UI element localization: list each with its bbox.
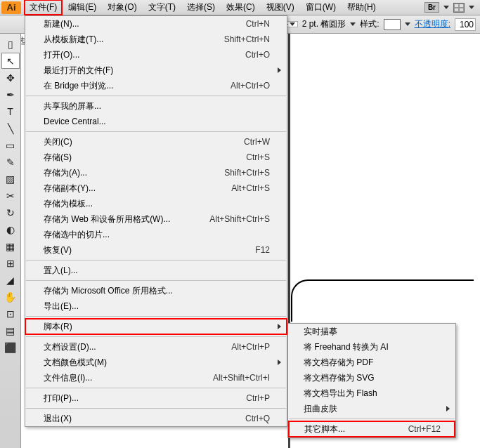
tool-14[interactable]: ◢ [1, 272, 20, 288]
menu-item-label: 将文档存储为 PDF [304, 357, 441, 369]
menu-item-label: 实时描摹 [304, 326, 441, 338]
menu-item[interactable]: 存储为 Web 和设备所用格式(W)...Alt+Shift+Ctrl+S [25, 211, 287, 227]
tool-10[interactable]: ↻ [1, 204, 20, 220]
menu-item[interactable]: 存储(S)Ctrl+S [25, 150, 287, 165]
menu-item[interactable]: 置入(L)... [25, 263, 287, 278]
menu-item-label: Device Central... [44, 117, 270, 126]
submenu-arrow-icon [278, 360, 281, 365]
tool-12[interactable]: ▦ [1, 238, 20, 254]
menu-item-label: 将文档存储为 SVG [304, 372, 441, 384]
chevron-down-icon[interactable] [443, 6, 449, 9]
chevron-down-icon[interactable] [469, 6, 474, 9]
menu-item[interactable]: 导出(E)... [25, 298, 287, 314]
menu-item[interactable]: 新建(N)...Ctrl+N [25, 16, 287, 32]
chevron-down-icon[interactable] [405, 22, 410, 26]
menu-item-label: 脚本(R) [44, 321, 270, 333]
tool-7[interactable]: ✎ [1, 154, 20, 170]
menu-item[interactable]: 在 Bridge 中浏览...Alt+Ctrl+O [25, 78, 287, 93]
menu-效果(C)[interactable]: 效果(C) [221, 0, 261, 15]
menu-item-label: 将文档导出为 Flash [304, 388, 441, 400]
menu-item-shortcut: Alt+Ctrl+P [231, 342, 270, 352]
menu-item[interactable]: 存储选中的切片... [25, 227, 287, 242]
menu-item[interactable]: 将文档存储为 SVG [288, 370, 455, 386]
menu-item-shortcut: Ctrl+F12 [408, 424, 441, 434]
menu-separator [26, 408, 286, 409]
tool-13[interactable]: ⊞ [1, 255, 20, 271]
menu-separator [26, 336, 286, 337]
menu-文件(F)[interactable]: 文件(F) [24, 0, 63, 15]
menu-item[interactable]: 共享我的屏幕... [25, 98, 287, 114]
menu-item[interactable]: 关闭(C)Ctrl+W [25, 134, 287, 150]
style-label: 样式: [360, 18, 379, 30]
menu-separator [26, 95, 286, 96]
menu-item[interactable]: 文件信息(I)...Alt+Shift+Ctrl+I [25, 370, 287, 386]
tool-9[interactable]: ✂ [1, 187, 20, 204]
menu-item[interactable]: 扭曲皮肤 [288, 401, 455, 416]
tool-3[interactable]: ✒ [1, 86, 20, 103]
menu-item[interactable]: 存储为 Microsoft Office 所用格式... [25, 283, 287, 298]
tool-0[interactable]: ▯ [1, 36, 20, 52]
tool-5[interactable]: ╲ [1, 120, 20, 136]
menu-文字(T)[interactable]: 文字(T) [143, 0, 181, 15]
menu-item-label: 存储(S) [44, 152, 246, 164]
menu-item-shortcut: Shift+Ctrl+N [224, 34, 270, 44]
menu-item[interactable]: 其它脚本...Ctrl+F12 [289, 421, 455, 437]
menu-item[interactable]: Device Central... [25, 114, 287, 129]
stroke-value[interactable]: 2 pt. 椭圆形 [302, 18, 346, 30]
menu-item[interactable]: 文档颜色模式(M) [25, 355, 287, 370]
tool-18[interactable]: ⬛ [1, 339, 20, 355]
menu-item-label: 其它脚本... [304, 423, 408, 435]
tool-4[interactable]: T [1, 103, 20, 119]
menu-item-shortcut: Ctrl+N [246, 19, 270, 29]
menu-item[interactable]: 从模板新建(T)...Shift+Ctrl+N [25, 32, 287, 47]
menu-选择(S)[interactable]: 选择(S) [181, 0, 221, 15]
menu-item-label: 恢复(V) [44, 244, 255, 256]
menu-item-label: 将 Freehand 转换为 AI [304, 341, 441, 353]
menu-item-label: 存储为模板... [44, 198, 270, 210]
menu-窗口(W)[interactable]: 窗口(W) [300, 0, 342, 15]
tool-17[interactable]: ▤ [1, 322, 20, 338]
menu-item-label: 存储副本(Y)... [44, 183, 231, 195]
menu-item[interactable]: 恢复(V)F12 [25, 242, 287, 258]
tool-6[interactable]: ▭ [1, 137, 20, 153]
menu-帮助(H)[interactable]: 帮助(H) [342, 0, 382, 15]
tool-11[interactable]: ◐ [1, 221, 20, 237]
menu-item-label: 存储为(A)... [44, 167, 224, 179]
menu-item-label: 存储为 Web 和设备所用格式(W)... [44, 213, 209, 225]
menu-item[interactable]: 脚本(R) [25, 319, 287, 334]
menu-item[interactable]: 实时描摹 [288, 324, 455, 339]
opacity-input[interactable] [455, 18, 476, 31]
menu-对象(O)[interactable]: 对象(O) [102, 0, 142, 15]
menu-item[interactable]: 将文档存储为 PDF [288, 355, 455, 370]
menu-separator [26, 280, 286, 281]
file-menu-dropdown: 新建(N)...Ctrl+N从模板新建(T)...Shift+Ctrl+N打开(… [25, 15, 287, 427]
menu-item[interactable]: 退出(X)Ctrl+Q [25, 411, 287, 426]
menu-item[interactable]: 存储为模板... [25, 196, 287, 211]
menu-item-label: 打印(P)... [44, 393, 246, 404]
menu-item[interactable]: 打开(O)...Ctrl+O [25, 47, 287, 62]
tool-8[interactable]: ▨ [1, 171, 20, 187]
menu-item[interactable]: 存储为(A)...Shift+Ctrl+S [25, 165, 287, 180]
menu-item-shortcut: Alt+Ctrl+O [231, 81, 270, 91]
menu-编辑(E)[interactable]: 编辑(E) [63, 0, 102, 15]
tool-1[interactable]: ↖ [1, 53, 20, 69]
bridge-badge[interactable]: Br [424, 2, 439, 13]
menu-item[interactable]: 文档设置(D)...Alt+Ctrl+P [25, 339, 287, 355]
style-swatch[interactable] [384, 19, 401, 30]
menu-item-label: 导出(E)... [44, 301, 270, 312]
tool-2[interactable]: ✥ [1, 70, 20, 86]
menu-item[interactable]: 将文档导出为 Flash [288, 386, 455, 401]
layout-grid-icon[interactable] [453, 3, 465, 13]
menu-item[interactable]: 存储副本(Y)...Alt+Ctrl+S [25, 180, 287, 196]
menu-item[interactable]: 将 Freehand 转换为 AI [288, 339, 455, 355]
tool-16[interactable]: ⊡ [1, 305, 20, 322]
tool-15[interactable]: ✋ [1, 289, 20, 305]
menu-item-shortcut: Alt+Shift+Ctrl+S [209, 214, 270, 224]
menu-item[interactable]: 最近打开的文件(F) [25, 62, 287, 78]
menu-视图(V)[interactable]: 视图(V) [261, 0, 300, 15]
opacity-label[interactable]: 不透明度: [415, 18, 450, 30]
chevron-down-icon[interactable] [350, 22, 356, 26]
menu-item-shortcut: F12 [255, 245, 270, 255]
menu-separator [26, 260, 286, 261]
menu-item[interactable]: 打印(P)...Ctrl+P [25, 390, 287, 406]
